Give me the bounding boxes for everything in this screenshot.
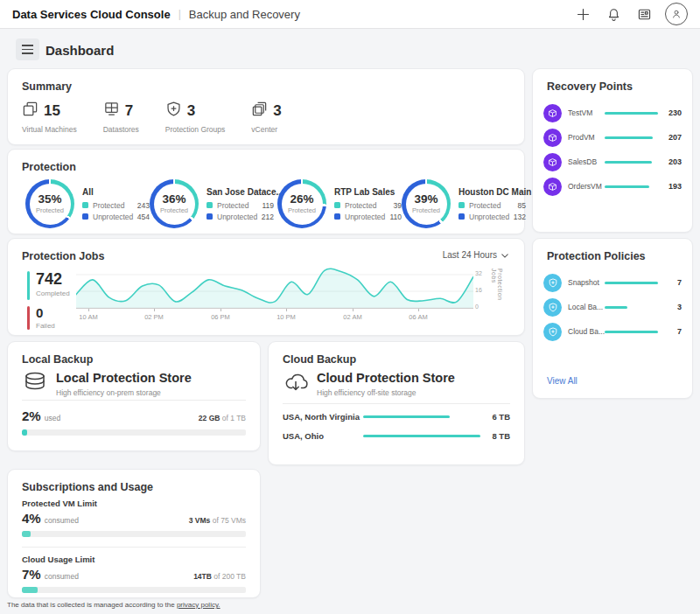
legend-protected-label: Protected	[217, 201, 258, 210]
brand-title: Data Services Cloud Console	[12, 8, 171, 21]
brand-separator: |	[178, 8, 181, 20]
policy-bar	[605, 331, 658, 333]
protection-jobs-line-chart	[76, 267, 473, 309]
legend-protected-swatch	[334, 202, 340, 208]
recovery-point-name: ProdVM	[568, 133, 605, 142]
add-icon[interactable]	[573, 4, 592, 24]
privacy-policy-link[interactable]: privacy policy.	[177, 601, 220, 609]
user-avatar[interactable]	[665, 3, 688, 25]
summary-card: Summary 15 Virtual Machines 7 Datastores	[7, 68, 525, 145]
policy-shield-icon	[543, 298, 562, 317]
completed-stat: 742 Completed	[27, 271, 70, 300]
cloud-backup-title: Cloud Backup	[283, 353, 356, 366]
consumed-total: of 200 TB	[212, 572, 246, 581]
policy-bar	[605, 282, 658, 284]
legend-unprotected-label: Unprotected	[93, 213, 134, 221]
subscription-section-label: Protected VM Limit	[22, 499, 97, 508]
region-value: 8 TB	[484, 431, 510, 441]
legend-protected-label: Protected	[345, 201, 386, 210]
x-tick	[154, 309, 155, 311]
protection-jobs-card: Protection Jobs Last 24 Hours 742 Comple…	[7, 238, 525, 336]
time-range-dropdown[interactable]: Last 24 Hours	[443, 250, 508, 260]
completed-stat-bar	[27, 271, 30, 300]
protection-card: Protection 35% Protected All Protected24…	[7, 149, 525, 234]
x-tick	[353, 309, 354, 311]
protection-donut-group: 36% Protected San Jose Datace... Protect…	[150, 179, 277, 228]
region-name: USA, Ohio	[283, 431, 363, 441]
used-percent: 2%	[22, 408, 41, 423]
consumed-total: of 75 VMs	[210, 516, 246, 525]
recovery-point-row: SalesDB 203	[543, 150, 682, 174]
summary-label: vCenter	[251, 125, 281, 134]
cloud-limit-fill	[22, 587, 38, 593]
used-amount: 22 GB	[199, 414, 220, 422]
failed-label: Failed	[36, 322, 55, 330]
legend-protected-value: 243	[134, 201, 150, 210]
x-tick	[220, 309, 221, 311]
x-tick-label: 06 PM	[211, 313, 230, 321]
view-all-link[interactable]: View All	[547, 376, 578, 386]
legend-protected-swatch	[458, 202, 465, 208]
summary-label: Virtual Machines	[22, 125, 77, 134]
page-title: Dashboard	[46, 43, 114, 58]
summary-title: Summary	[22, 80, 72, 93]
summary-value: 3	[187, 102, 195, 120]
recovery-point-value: 207	[664, 133, 682, 142]
failed-stat: 0 Failed	[27, 306, 70, 330]
legend-unprotected-swatch	[82, 213, 88, 220]
consumed-label: consumed	[45, 516, 79, 525]
failed-value: 0	[36, 306, 55, 319]
dashboard-page: Data Services Cloud Console | Backup and…	[0, 0, 700, 614]
donut-group-name: RTP Lab Sales	[334, 187, 402, 197]
app-name: Backup and Recovery	[189, 8, 300, 21]
privacy-footer: The data that is collected is managed ac…	[7, 601, 220, 609]
footer-text: The data that is collected is managed ac…	[7, 601, 177, 609]
news-icon[interactable]	[634, 4, 654, 24]
donut-group-name: All	[82, 187, 150, 197]
chevron-down-icon	[501, 250, 508, 260]
vm-cube-icon	[543, 178, 562, 196]
cloud-limit-progressbar	[22, 587, 246, 593]
menu-hamburger-icon[interactable]	[16, 38, 39, 60]
recovery-point-row: ProdVM 207	[543, 125, 682, 150]
policy-row: Local Ba... 3	[543, 295, 682, 319]
subscription-section-label: Cloud Usage Limit	[22, 555, 94, 564]
store-description: High efficiency off-site storage	[317, 388, 455, 397]
protection-shield-icon	[165, 101, 182, 121]
policy-value: 7	[664, 327, 682, 336]
legend-unprotected-value: 110	[386, 213, 402, 221]
protection-policies-title: Protection Policies	[547, 250, 646, 262]
recovery-point-bar	[605, 112, 658, 115]
recovery-point-name: SalesDB	[568, 157, 605, 166]
top-bar: Data Services Cloud Console | Backup and…	[0, 0, 700, 29]
legend-unprotected-value: 132	[510, 213, 526, 221]
x-tick	[418, 309, 419, 311]
policy-bar	[605, 306, 627, 309]
notifications-bell-icon[interactable]	[604, 4, 623, 24]
summary-label: Datastores	[103, 125, 139, 134]
protection-policies-card: Protection Policies Snapshot 7 Local Ba.…	[532, 238, 693, 399]
cloud-download-icon	[283, 371, 309, 399]
x-tick-label: 06 AM	[409, 313, 427, 321]
recovery-point-bar	[605, 136, 653, 139]
legend-unprotected-swatch	[206, 213, 213, 220]
donut-percent: 36%	[162, 193, 186, 206]
legend-unprotected-label: Unprotected	[217, 213, 258, 221]
donut-percent: 39%	[414, 193, 438, 206]
cloud-backup-card: Cloud Backup Cloud Protection Store High…	[268, 341, 525, 465]
completed-value: 742	[36, 271, 70, 287]
local-backup-title: Local Backup	[22, 353, 93, 366]
summary-value: 3	[273, 102, 281, 120]
divider	[22, 547, 246, 548]
used-total: of 1 TB	[220, 414, 246, 422]
y-tick-label: 16	[475, 287, 487, 293]
legend-unprotected-label: Unprotected	[469, 213, 510, 221]
x-tick	[88, 309, 89, 311]
donut-group-name: Houston DC Main	[458, 187, 531, 197]
time-range-value: Last 24 Hours	[443, 250, 497, 260]
protection-jobs-title: Protection Jobs	[22, 250, 104, 262]
policy-row: Cloud Ba... 7	[543, 319, 682, 344]
region-value: 6 TB	[484, 412, 510, 422]
x-tick-label: 10 AM	[79, 313, 97, 321]
y-axis-title: Protection Jobs	[491, 269, 503, 314]
